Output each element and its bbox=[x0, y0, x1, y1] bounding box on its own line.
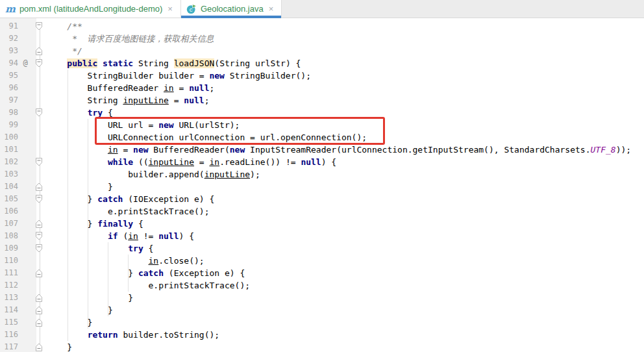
maven-icon: m bbox=[5, 4, 16, 14]
fold-marker-icon[interactable] bbox=[31, 156, 43, 168]
code-line[interactable]: 110 in.close(); bbox=[0, 255, 644, 267]
annotation-gutter-icon bbox=[19, 193, 31, 205]
line-number: 106 bbox=[0, 205, 19, 218]
line-number: 103 bbox=[0, 168, 19, 181]
annotation-gutter-icon bbox=[19, 82, 31, 94]
fold-marker-icon[interactable] bbox=[31, 181, 43, 193]
annotation-gutter-icon bbox=[19, 292, 31, 304]
code-line[interactable]: 97 String inputLine = null; bbox=[0, 94, 644, 107]
fold-marker-icon[interactable] bbox=[31, 193, 43, 205]
annotation-gutter-icon bbox=[19, 341, 31, 352]
fold-column bbox=[31, 94, 43, 107]
code-line[interactable]: 113 } bbox=[0, 292, 644, 304]
fold-marker-icon[interactable] bbox=[31, 20, 43, 32]
code-line[interactable]: 111 } catch (Exception e) { bbox=[0, 267, 644, 279]
fold-marker-icon[interactable] bbox=[31, 341, 43, 352]
code-line[interactable]: 115 } bbox=[0, 316, 644, 329]
fold-marker-icon[interactable] bbox=[31, 218, 43, 230]
line-number: 94 bbox=[0, 57, 19, 69]
fold-column bbox=[31, 255, 43, 267]
fold-marker-icon[interactable] bbox=[31, 230, 43, 242]
code-text: if (in != null) { bbox=[43, 230, 194, 242]
code-line[interactable]: 94@ public static String loadJSON(String… bbox=[0, 57, 644, 69]
annotation-gutter-icon bbox=[19, 205, 31, 218]
code-line[interactable]: 91 /** bbox=[0, 20, 644, 32]
code-line[interactable]: 105 } catch (IOException e) { bbox=[0, 193, 644, 205]
line-number: 95 bbox=[0, 69, 19, 82]
annotation-gutter-icon bbox=[19, 69, 31, 82]
code-text: */ bbox=[43, 45, 82, 57]
code-text: * 请求百度地图链接，获取相关信息 bbox=[43, 32, 214, 45]
code-line[interactable]: 106 e.printStackTrace(); bbox=[0, 205, 644, 218]
code-line[interactable]: 108 if (in != null) { bbox=[0, 230, 644, 242]
annotation-gutter-icon bbox=[19, 20, 31, 32]
code-line[interactable]: 107 } finally { bbox=[0, 218, 644, 230]
fold-column bbox=[31, 69, 43, 82]
line-number: 115 bbox=[0, 316, 19, 329]
line-number: 104 bbox=[0, 181, 19, 193]
annotation-gutter-icon bbox=[19, 316, 31, 329]
code-line[interactable]: 117 } bbox=[0, 341, 644, 352]
close-icon[interactable]: × bbox=[167, 4, 173, 14]
code-line[interactable]: 114 } bbox=[0, 304, 644, 316]
code-text: } bbox=[43, 316, 92, 329]
code-line[interactable]: 102 while ((inputLine = in.readLine()) !… bbox=[0, 156, 644, 168]
line-number: 101 bbox=[0, 144, 19, 156]
code-line[interactable]: 109 try { bbox=[0, 242, 644, 255]
fold-marker-icon[interactable] bbox=[31, 316, 43, 329]
code-text: } catch (Exception e) { bbox=[43, 267, 245, 279]
tab-pom-xml[interactable]: m pom.xml (latitudeAndLongitude-demo) × bbox=[0, 0, 181, 18]
annotation-gutter-icon bbox=[19, 107, 31, 119]
code-line[interactable]: 92 * 请求百度地图链接，获取相关信息 bbox=[0, 32, 644, 45]
code-text: } bbox=[43, 304, 113, 316]
code-line[interactable]: 95 StringBuilder builder = new StringBui… bbox=[0, 69, 644, 82]
code-text: in = new BufferedReader(new InputStreamR… bbox=[43, 144, 631, 156]
tab-label: Geolocation.java bbox=[201, 4, 264, 14]
line-number: 109 bbox=[0, 242, 19, 255]
code-line[interactable]: 104 } bbox=[0, 181, 644, 193]
fold-column bbox=[31, 168, 43, 181]
line-number: 107 bbox=[0, 218, 19, 230]
code-line[interactable]: 96 BufferedReader in = null; bbox=[0, 82, 644, 94]
fold-marker-icon[interactable] bbox=[31, 57, 43, 69]
tab-geolocation-java[interactable]: c Geolocation.java × bbox=[181, 0, 282, 18]
editor-tab-bar: m pom.xml (latitudeAndLongitude-demo) × … bbox=[0, 0, 644, 18]
code-lines: 91 /**92 * 请求百度地图链接，获取相关信息93 */94@ publi… bbox=[0, 20, 644, 352]
code-text: StringBuilder builder = new StringBuilde… bbox=[43, 69, 311, 82]
fold-marker-icon[interactable] bbox=[31, 242, 43, 255]
line-number: 114 bbox=[0, 304, 19, 316]
close-icon[interactable]: × bbox=[269, 4, 274, 14]
fold-marker-icon[interactable] bbox=[31, 304, 43, 316]
code-line[interactable]: 112 e.printStackTrace(); bbox=[0, 279, 644, 292]
line-number: 98 bbox=[0, 107, 19, 119]
fold-column bbox=[31, 82, 43, 94]
code-text: String inputLine = null; bbox=[43, 94, 209, 107]
line-number: 108 bbox=[0, 230, 19, 242]
code-line[interactable]: 103 builder.append(inputLine); bbox=[0, 168, 644, 181]
code-editor[interactable]: 91 /**92 * 请求百度地图链接，获取相关信息93 */94@ publi… bbox=[0, 18, 644, 352]
code-text: BufferedReader in = null; bbox=[43, 82, 214, 94]
fold-marker-icon[interactable] bbox=[31, 292, 43, 304]
fold-column bbox=[31, 144, 43, 156]
code-line[interactable]: 116 return builder.toString(); bbox=[0, 329, 644, 341]
code-text: public static String loadJSON(String url… bbox=[43, 57, 301, 69]
annotation-gutter-icon bbox=[19, 304, 31, 316]
line-number: 117 bbox=[0, 341, 19, 352]
code-text: } bbox=[43, 341, 72, 352]
code-line[interactable]: 101 in = new BufferedReader(new InputStr… bbox=[0, 144, 644, 156]
fold-marker-icon[interactable] bbox=[31, 45, 43, 57]
code-text: builder.append(inputLine); bbox=[43, 168, 260, 181]
tab-label: pom.xml (latitudeAndLongitude-demo) bbox=[19, 4, 162, 14]
line-number: 97 bbox=[0, 94, 19, 107]
fold-marker-icon[interactable] bbox=[31, 107, 43, 119]
code-line[interactable]: 93 */ bbox=[0, 45, 644, 57]
line-number: 102 bbox=[0, 156, 19, 168]
fold-marker-icon[interactable] bbox=[31, 267, 43, 279]
code-text: try { bbox=[43, 242, 153, 255]
fold-column bbox=[31, 205, 43, 218]
line-number: 91 bbox=[0, 20, 19, 32]
line-number: 92 bbox=[0, 32, 19, 45]
annotation-gutter-icon bbox=[19, 168, 31, 181]
line-number: 96 bbox=[0, 82, 19, 94]
code-text: } catch (IOException e) { bbox=[43, 193, 214, 205]
